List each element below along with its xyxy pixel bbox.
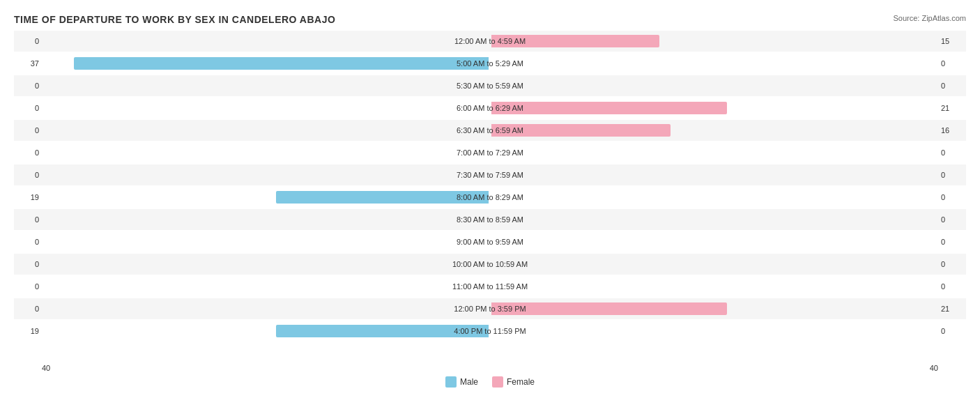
bars-wrapper: 9:00 AM to 9:59 AM bbox=[42, 231, 938, 252]
female-value: 0 bbox=[938, 148, 966, 157]
table-row: 08:30 AM to 8:59 AM0 bbox=[14, 209, 966, 230]
axis-left: 40 bbox=[42, 364, 50, 372]
table-row: 012:00 AM to 4:59 AM15 bbox=[14, 31, 966, 52]
male-value: 0 bbox=[14, 37, 42, 45]
male-bar-container bbox=[74, 56, 490, 70]
axis-labels: 40 40 bbox=[14, 364, 966, 372]
male-bar bbox=[74, 57, 489, 70]
male-value: 0 bbox=[14, 260, 42, 268]
time-label: 6:00 AM to 6:29 AM bbox=[457, 104, 523, 112]
bars-wrapper: 4:00 PM to 11:59 PM bbox=[42, 321, 938, 342]
female-value: 0 bbox=[938, 215, 966, 224]
legend-male-label: Male bbox=[460, 377, 478, 387]
chart-container: TIME OF DEPARTURE TO WORK BY SEX IN CAND… bbox=[0, 0, 980, 414]
male-value: 0 bbox=[14, 282, 42, 291]
male-value: 0 bbox=[14, 82, 42, 90]
table-row: 198:00 AM to 8:29 AM0 bbox=[14, 187, 966, 208]
bars-wrapper: 6:30 AM to 6:59 AM bbox=[42, 120, 938, 141]
time-label: 12:00 AM to 4:59 AM bbox=[454, 37, 526, 45]
legend-female-label: Female bbox=[507, 377, 535, 387]
female-value: 0 bbox=[938, 260, 966, 268]
time-label: 11:00 AM to 11:59 AM bbox=[452, 282, 528, 291]
time-label: 7:00 AM to 7:29 AM bbox=[457, 148, 523, 157]
bars-wrapper: 12:00 AM to 4:59 AM bbox=[42, 31, 938, 52]
chart-title: TIME OF DEPARTURE TO WORK BY SEX IN CAND… bbox=[14, 14, 966, 25]
male-value: 0 bbox=[14, 171, 42, 179]
table-row: 05:30 AM to 5:59 AM0 bbox=[14, 75, 966, 96]
bars-wrapper: 5:00 AM to 5:29 AM bbox=[42, 53, 938, 74]
male-value: 0 bbox=[14, 215, 42, 224]
male-value: 0 bbox=[14, 238, 42, 246]
bars-wrapper: 11:00 AM to 11:59 AM bbox=[42, 276, 938, 297]
bars-wrapper: 7:00 AM to 7:29 AM bbox=[42, 142, 938, 163]
male-value: 19 bbox=[14, 193, 42, 201]
time-label: 5:30 AM to 5:59 AM bbox=[457, 82, 523, 90]
table-row: 010:00 AM to 10:59 AM0 bbox=[14, 254, 966, 275]
time-label: 4:00 PM to 11:59 PM bbox=[454, 327, 526, 335]
female-value: 0 bbox=[938, 193, 966, 201]
time-label: 12:00 PM to 3:59 PM bbox=[454, 305, 526, 313]
male-value: 0 bbox=[14, 104, 42, 112]
table-row: 194:00 PM to 11:59 PM0 bbox=[14, 321, 966, 342]
legend-male: Male bbox=[445, 376, 478, 388]
time-label: 6:30 AM to 6:59 AM bbox=[457, 126, 523, 135]
female-value: 0 bbox=[938, 238, 966, 246]
female-value: 21 bbox=[938, 305, 966, 313]
bars-wrapper: 7:30 AM to 7:59 AM bbox=[42, 164, 938, 185]
male-value: 0 bbox=[14, 305, 42, 313]
table-row: 375:00 AM to 5:29 AM0 bbox=[14, 53, 966, 74]
female-value: 0 bbox=[938, 282, 966, 291]
male-value: 0 bbox=[14, 148, 42, 157]
time-label: 10:00 AM to 10:59 AM bbox=[452, 260, 528, 268]
male-value: 19 bbox=[14, 327, 42, 335]
legend-male-box bbox=[445, 376, 457, 388]
table-row: 07:00 AM to 7:29 AM0 bbox=[14, 142, 966, 163]
table-row: 07:30 AM to 7:59 AM0 bbox=[14, 164, 966, 185]
legend-female: Female bbox=[492, 376, 535, 388]
female-value: 0 bbox=[938, 59, 966, 68]
table-row: 06:30 AM to 6:59 AM16 bbox=[14, 120, 966, 141]
bars-wrapper: 8:00 AM to 8:29 AM bbox=[42, 187, 938, 208]
bars-wrapper: 8:30 AM to 8:59 AM bbox=[42, 209, 938, 230]
time-label: 7:30 AM to 7:59 AM bbox=[457, 171, 523, 179]
male-value: 37 bbox=[14, 59, 42, 68]
chart-area: 012:00 AM to 4:59 AM15375:00 AM to 5:29 … bbox=[14, 31, 966, 361]
table-row: 012:00 PM to 3:59 PM21 bbox=[14, 298, 966, 319]
female-value: 21 bbox=[938, 104, 966, 112]
bars-wrapper: 10:00 AM to 10:59 AM bbox=[42, 254, 938, 275]
male-value: 0 bbox=[14, 126, 42, 135]
time-label: 5:00 AM to 5:29 AM bbox=[457, 59, 523, 68]
time-label: 8:30 AM to 8:59 AM bbox=[457, 215, 523, 224]
bars-wrapper: 12:00 PM to 3:59 PM bbox=[42, 298, 938, 319]
table-row: 09:00 AM to 9:59 AM0 bbox=[14, 231, 966, 252]
female-bar-container bbox=[490, 101, 727, 115]
female-value: 16 bbox=[938, 126, 966, 135]
female-value: 0 bbox=[938, 82, 966, 90]
table-row: 06:00 AM to 6:29 AM21 bbox=[14, 98, 966, 118]
legend-female-box bbox=[492, 376, 503, 388]
female-bar bbox=[491, 102, 727, 114]
female-value: 0 bbox=[938, 171, 966, 179]
bars-wrapper: 6:00 AM to 6:29 AM bbox=[42, 98, 938, 118]
legend: Male Female bbox=[14, 376, 966, 388]
time-label: 9:00 AM to 9:59 AM bbox=[457, 238, 523, 246]
axis-right: 40 bbox=[930, 364, 938, 372]
table-row: 011:00 AM to 11:59 AM0 bbox=[14, 276, 966, 297]
female-value: 0 bbox=[938, 327, 966, 335]
time-label: 8:00 AM to 8:29 AM bbox=[457, 193, 523, 201]
female-value: 15 bbox=[938, 37, 966, 45]
bars-wrapper: 5:30 AM to 5:59 AM bbox=[42, 75, 938, 96]
female-bar bbox=[491, 302, 727, 315]
source-label: Source: ZipAtlas.com bbox=[893, 14, 966, 22]
